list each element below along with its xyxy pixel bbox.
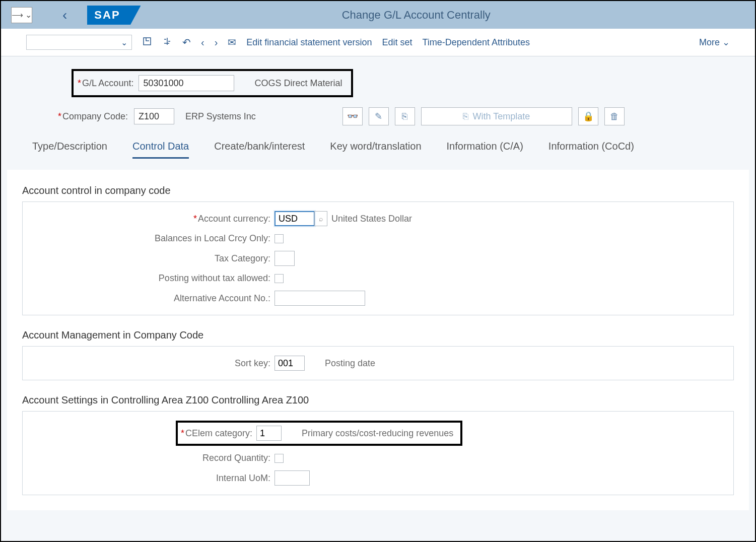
edit-financial-link[interactable]: Edit financial statement version — [246, 37, 372, 48]
celem-label: *CElem category: — [181, 428, 252, 439]
tab-information-ca[interactable]: Information (C/A) — [447, 141, 523, 159]
form-area: *G/L Account: COGS Direct Material *Comp… — [1, 56, 755, 164]
celem-highlight-box: *CElem category: Primary costs/cost-redu… — [176, 421, 462, 446]
gl-account-desc: COGS Direct Material — [254, 78, 342, 89]
undo-icon[interactable]: ↶ — [182, 36, 191, 48]
tax-category-label: Tax Category: — [33, 253, 274, 264]
section-account-mgmt-title: Account Management in Company Code — [22, 329, 734, 341]
titlebar-left: ⟶ ⌄ ‹ SAP — [11, 6, 130, 25]
transaction-dropdown[interactable]: ⌄ — [26, 35, 132, 50]
gl-account-input[interactable] — [139, 75, 234, 91]
with-template-label: With Template — [472, 111, 530, 122]
account-currency-input[interactable] — [274, 211, 315, 226]
sort-key-desc: Posting date — [325, 358, 375, 369]
account-currency-line: *Account currency: ⌕ United States Dolla… — [33, 211, 723, 226]
edit-set-link[interactable]: Edit set — [382, 37, 412, 48]
lock-button[interactable]: 🔒 — [578, 107, 598, 125]
section-account-mgmt: Sort key: Posting date — [22, 346, 734, 380]
glasses-icon: 👓 — [347, 111, 358, 122]
chevron-down-icon: ⌄ — [722, 37, 730, 47]
section-controlling: *CElem category: Primary costs/cost-redu… — [22, 411, 734, 495]
settings-icon[interactable] — [162, 36, 172, 49]
tab-create-bank-interest[interactable]: Create/bank/interest — [214, 141, 305, 159]
alt-account-line: Alternative Account No.: — [33, 291, 723, 306]
internal-uom-label: Internal UoM: — [33, 473, 274, 484]
tab-panel: Account control in company code *Account… — [7, 170, 749, 510]
back-button[interactable]: ‹ — [62, 7, 67, 23]
tax-category-input[interactable] — [274, 251, 295, 266]
tab-information-cocd[interactable]: Information (CoCd) — [548, 141, 634, 159]
header-fields: *G/L Account: COGS Direct Material *Comp… — [26, 69, 730, 125]
tabstrip: Type/Description Control Data Create/ban… — [26, 125, 730, 159]
command-field-toggle[interactable]: ⟶ ⌄ — [11, 7, 32, 23]
section-account-control-title: Account control in company code — [22, 185, 734, 196]
with-template-button[interactable]: ⎘ With Template — [421, 107, 572, 125]
time-dependent-link[interactable]: Time-Dependent Attributes — [423, 37, 530, 48]
svg-rect-0 — [144, 38, 151, 45]
company-code-label: *Company Code: — [58, 111, 128, 122]
company-code-row: *Company Code: ERP Systems Inc 👓 ✎ ⎘ ⎘ W… — [58, 107, 730, 125]
window-title: Change G/L Account Centrally — [88, 9, 745, 22]
titlebar: ⟶ ⌄ ‹ SAP Change G/L Account Centrally — [1, 1, 755, 29]
edit-button[interactable]: ✎ — [369, 107, 389, 125]
chevron-down-icon: ⌄ — [121, 38, 127, 47]
sort-key-label: Sort key: — [33, 358, 274, 369]
tax-category-line: Tax Category: — [33, 251, 723, 266]
tab-control-data[interactable]: Control Data — [132, 141, 189, 159]
record-quantity-label: Record Quantity: — [33, 453, 274, 463]
pencil-icon: ✎ — [375, 111, 382, 122]
currency-search-help[interactable]: ⌕ — [314, 211, 327, 226]
display-button[interactable]: 👓 — [342, 107, 363, 125]
balances-local-label: Balances in Local Crcy Only: — [33, 233, 274, 244]
internal-uom-line: Internal UoM: — [33, 470, 723, 486]
record-quantity-checkbox[interactable] — [274, 454, 284, 463]
gl-account-row: *G/L Account: COGS Direct Material — [72, 69, 353, 97]
posting-tax-line: Posting without tax allowed: — [33, 273, 723, 284]
posting-tax-checkbox[interactable] — [274, 274, 284, 283]
posting-tax-label: Posting without tax allowed: — [33, 273, 274, 284]
toolbar: ⌄ ↶ ‹ › ✉ Edit financial statement versi… — [1, 29, 755, 56]
record-quantity-line: Record Quantity: — [33, 453, 723, 463]
company-code-desc: ERP Systems Inc — [185, 111, 256, 122]
balances-local-line: Balances in Local Crcy Only: — [33, 233, 723, 244]
gl-account-label: *G/L Account: — [78, 78, 133, 89]
action-icons: 👓 ✎ ⎘ ⎘ With Template 🔒 🗑 — [342, 107, 625, 125]
search-icon: ⌕ — [319, 215, 323, 223]
arrow-icon: ⟶ — [12, 10, 23, 20]
tab-keyword-translation[interactable]: Key word/translation — [330, 141, 421, 159]
copy-button[interactable]: ⎘ — [395, 107, 415, 125]
section-controlling-title: Account Settings in Controlling Area Z10… — [22, 394, 734, 406]
save-icon[interactable] — [142, 36, 152, 49]
lock-icon: 🔒 — [583, 111, 594, 122]
prev-icon[interactable]: ‹ — [201, 37, 204, 48]
currency-desc: United States Dollar — [331, 214, 412, 224]
sap-logo: SAP — [87, 6, 130, 25]
internal-uom-input[interactable] — [274, 470, 310, 486]
sap-window: ⟶ ⌄ ‹ SAP Change G/L Account Centrally ⌄… — [0, 0, 756, 542]
alt-account-input[interactable] — [274, 291, 365, 306]
document-icon: ⎘ — [463, 111, 468, 122]
next-icon[interactable]: › — [215, 37, 218, 48]
alt-account-label: Alternative Account No.: — [33, 293, 274, 304]
document-icon: ⎘ — [402, 111, 407, 122]
company-code-input[interactable] — [134, 108, 174, 124]
celem-desc: Primary costs/cost-reducing revenues — [302, 428, 453, 439]
more-menu[interactable]: More ⌄ — [699, 37, 730, 48]
sort-key-line: Sort key: Posting date — [33, 356, 723, 371]
mail-icon[interactable]: ✉ — [228, 36, 236, 48]
trash-icon: 🗑 — [610, 111, 619, 122]
section-account-control: *Account currency: ⌕ United States Dolla… — [22, 201, 734, 315]
celem-category-line: *CElem category: Primary costs/cost-redu… — [33, 421, 723, 446]
balances-local-checkbox[interactable] — [274, 234, 284, 243]
delete-button[interactable]: 🗑 — [604, 107, 625, 125]
celem-category-input[interactable] — [256, 426, 282, 441]
chevron-down-icon: ⌄ — [25, 10, 32, 20]
account-currency-label: *Account currency: — [33, 214, 274, 224]
tab-type-description[interactable]: Type/Description — [32, 141, 107, 159]
sort-key-input[interactable] — [274, 356, 305, 371]
